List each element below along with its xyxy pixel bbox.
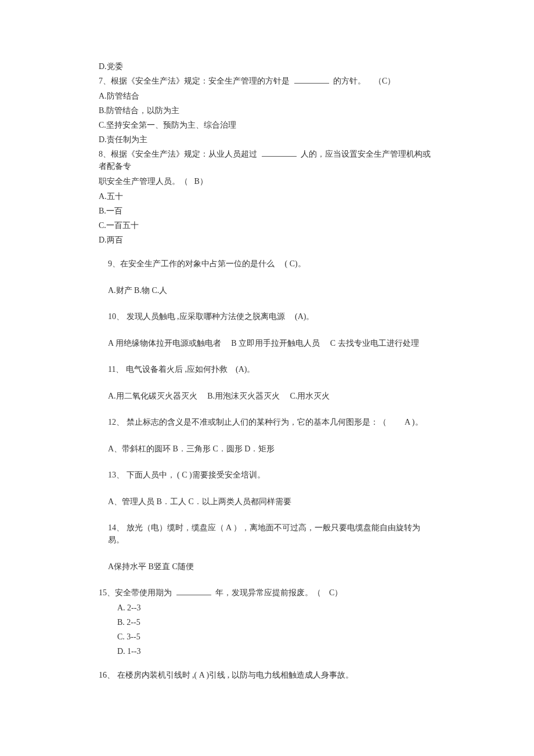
q9-stem: 9、在安全生产工作的对象中占第一位的是什么 ( C)。 (108, 258, 435, 270)
option-text: C.坚持安全第一、预防为主、综合治理 (99, 121, 236, 129)
q9-stem-text: 9、在安全生产工作的对象中占第一位的是什么 (108, 259, 275, 268)
option-text: D.责任制为主 (99, 135, 147, 144)
q8-stem-line2: 职安全生产管理人员。（ B） (99, 175, 435, 188)
q7-option-b: B.防管结合，以防为主 (99, 104, 435, 117)
q8-blank (262, 148, 297, 157)
option-text: A、管理人员 B．工人 C．以上两类人员都同样需要 (108, 497, 291, 506)
option-text: C.一百五十 (99, 221, 139, 230)
q13-options: A、管理人员 B．工人 C．以上两类人员都同样需要 (108, 495, 435, 508)
q15-option-d: D. 1--3 (117, 645, 435, 657)
q15-stem-b: 年，发现异常应提前报废。（ (215, 588, 321, 597)
q10-option-c: C 去找专业电工进行处理 (330, 339, 419, 348)
q8-option-a: A.五十 (99, 190, 435, 202)
option-text: B.防管结合，以防为主 (99, 106, 179, 115)
option-text: D.党委 (99, 62, 123, 71)
q10-option-a: A 用绝缘物体拉开电源或触电者 (108, 339, 221, 348)
option-text: A保持水平 B竖直 C随便 (108, 562, 194, 571)
q7-option-a: A.防管结合 (99, 90, 435, 102)
q9-answer: ( C)。 (285, 259, 306, 268)
document-page: D.党委 7、根据《安全生产法》规定：安全生产管理的方针是 的方针。 （C） A… (0, 0, 534, 707)
option-text: D.两百 (99, 236, 123, 244)
q6-option-d: D.党委 (99, 60, 435, 73)
q10-answer: (A)。 (295, 312, 314, 321)
q15-option-b: B. 2--5 (117, 616, 435, 628)
q7-stem-a: 7、根据《安全生产法》规定：安全生产管理的方针是 (99, 77, 290, 85)
q10-option-b: B 立即用手拉开触电人员 (231, 339, 320, 348)
q8-stem-a: 8、根据《安全生产法》规定：从业人员超过 (99, 150, 257, 158)
q16-stem-text: 16、 在楼房内装机引线时 ,( A )引线 , 以防与电力线相触造成人身事故。 (99, 671, 353, 679)
q8-stem-line1: 8、根据《安全生产法》规定：从业人员超过 人的，应当设置安全生产管理机构或者配备… (99, 148, 435, 173)
option-text: B.一百 (99, 207, 122, 215)
q11-option-c: C.用水灭火 (290, 392, 330, 400)
q14-options: A保持水平 B竖直 C随便 (108, 560, 435, 573)
q12-stem-text: 12、 禁止标志的含义是不准或制止人们的某种行为，它的基本几何图形是：（ (108, 418, 387, 426)
option-text: A. 2--3 (117, 603, 140, 612)
q7-blank (294, 75, 329, 84)
q9-options: A.财产 B.物 C.人 (108, 284, 435, 296)
q8-stem-c: 职安全生产管理人员。（ (99, 177, 188, 186)
q8-option-c: C.一百五十 (99, 219, 435, 231)
q11-options: A.用二氧化碳灭火器灭火 B.用泡沫灭火器灭火 C.用水灭火 (108, 390, 435, 402)
q11-answer: (A)。 (236, 365, 255, 374)
q10-options: A 用绝缘物体拉开电源或触电者 B 立即用手拉开触电人员 C 去找专业电工进行处… (108, 337, 435, 349)
q12-stem: 12、 禁止标志的含义是不准或制止人们的某种行为，它的基本几何图形是：（ A )… (108, 416, 435, 429)
q15-option-c: C. 3--5 (117, 631, 435, 643)
option-text: A、带斜杠的圆环 B．三角形 C．圆形 D．矩形 (108, 444, 275, 453)
option-text: A.财产 B.物 C.人 (108, 286, 167, 295)
q7-option-d: D.责任制为主 (99, 133, 435, 146)
q12-answer: A )。 (405, 418, 423, 426)
q11-option-a: A.用二氧化碳灭火器灭火 (108, 392, 197, 400)
q11-stem: 11、 电气设备着火后 ,应如何扑救 (A)。 (108, 363, 435, 376)
option-text: D. 1--3 (117, 647, 140, 656)
option-text: B. 2--5 (117, 618, 140, 627)
q8-option-d: D.两百 (99, 234, 435, 246)
q13-stem-text: 13、 下面人员中， ( C )需要接受安全培训。 (108, 471, 265, 479)
q12-options: A、带斜杠的圆环 B．三角形 C．圆形 D．矩形 (108, 443, 435, 455)
option-text: A.防管结合 (99, 92, 139, 100)
q15-option-a: A. 2--3 (117, 602, 435, 614)
q8-option-b: B.一百 (99, 205, 435, 217)
q10-stem-text: 10、 发现人员触电 ,应采取哪种方法使之脱离电源 (108, 312, 285, 321)
q15-stem: 15、安全带使用期为 年，发现异常应提前报废。（ C） (99, 587, 435, 599)
q13-stem: 13、 下面人员中， ( C )需要接受安全培训。 (108, 469, 435, 482)
q7-stem: 7、根据《安全生产法》规定：安全生产管理的方针是 的方针。 （C） (99, 75, 435, 88)
q7-answer: （C） (374, 77, 395, 85)
q15-stem-a: 15、安全带使用期为 (99, 588, 172, 597)
q11-option-b: B.用泡沫灭火器灭火 (207, 392, 280, 400)
q16-stem: 16、 在楼房内装机引线时 ,( A )引线 , 以防与电力线相触造成人身事故。 (99, 669, 435, 682)
q11-stem-text: 11、 电气设备着火后 ,应如何扑救 (108, 365, 228, 374)
option-text: C. 3--5 (117, 632, 140, 641)
q7-stem-b: 的方针。 (333, 77, 366, 85)
q10-stem: 10、 发现人员触电 ,应采取哪种方法使之脱离电源 (A)。 (108, 310, 435, 323)
q8-answer: B） (194, 177, 208, 186)
q15-answer: C） (329, 588, 342, 597)
option-text: A.五十 (99, 192, 123, 201)
q7-option-c: C.坚持安全第一、预防为主、综合治理 (99, 119, 435, 131)
q14-stem-text: 14、 放光（电）缆时，缆盘应（ A ），离地面不可过高，一般只要电缆盘能自由旋… (108, 523, 420, 544)
q14-stem: 14、 放光（电）缆时，缆盘应（ A ），离地面不可过高，一般只要电缆盘能自由旋… (108, 522, 435, 547)
q15-blank (176, 587, 211, 595)
